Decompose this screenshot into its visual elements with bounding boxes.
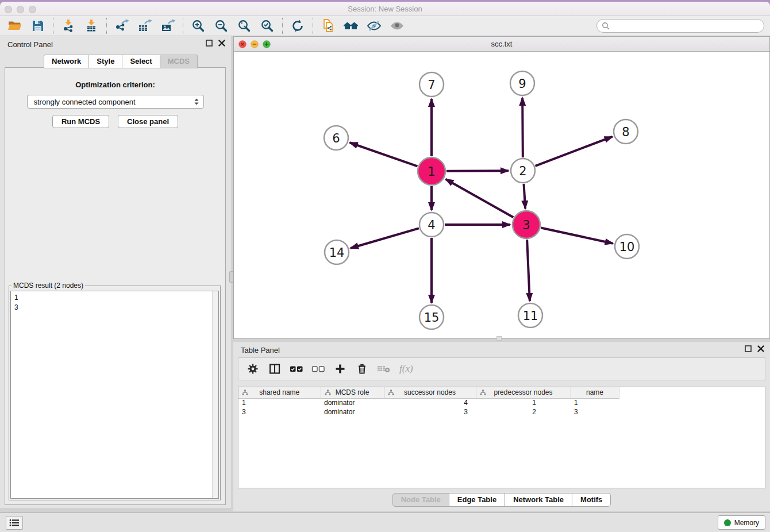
network-window-titlebar[interactable]: scc.txt [234,37,769,52]
graph-node-4[interactable]: 4 [419,213,444,237]
delete-table-button[interactable] [376,361,391,376]
tab-node-table[interactable]: Node Table [392,493,449,507]
table-row[interactable]: 1dominator411 [238,398,619,407]
show-column-icon [269,363,280,375]
cell-successor-nodes[interactable]: 3 [384,407,476,417]
export-table-button[interactable] [133,17,156,34]
close-table-panel-icon[interactable] [757,345,764,352]
deselect-all-button[interactable] [311,361,326,376]
edge-1-2[interactable] [446,171,509,171]
graph-node-14[interactable]: 14 [325,240,349,264]
node-table[interactable]: shared nameMCDS rolesuccessor nodesprede… [238,387,765,488]
export-image-button[interactable] [156,17,179,34]
column-header-predecessor-nodes[interactable]: predecessor nodes [476,387,571,398]
import-network-icon [61,19,75,33]
cell-MCDS-role[interactable]: dominator [321,398,384,407]
table-header-row[interactable]: shared nameMCDS rolesuccessor nodesprede… [238,387,619,398]
home-layout-button[interactable] [340,17,363,34]
memory-status-icon [724,519,731,526]
horizontal-divider-grip[interactable] [496,336,502,341]
edge-3-1[interactable] [445,179,513,217]
delete-column-button[interactable] [355,361,369,376]
graph-node-11[interactable]: 11 [518,303,542,327]
column-header-shared-name[interactable]: shared name [238,387,321,398]
memory-button[interactable]: Memory [718,515,765,530]
network-graph[interactable]: 7968124314101511 [234,52,769,339]
result-scrollbar[interactable] [212,291,218,498]
edge-4-14[interactable] [351,228,419,248]
tab-network[interactable]: Network [44,55,89,68]
copy-document-button[interactable] [317,17,340,34]
zoom-fit-button[interactable] [233,17,256,34]
show-column-button[interactable] [267,361,282,376]
cell-shared-name[interactable]: 1 [238,398,321,407]
select-chevrons-icon [193,97,200,106]
search-input[interactable] [610,20,764,32]
graph-node-2[interactable]: 2 [511,159,535,183]
search-box[interactable] [596,19,764,33]
run-mcds-button[interactable]: Run MCDS [52,115,109,128]
edge-3-11[interactable] [527,240,530,301]
import-network-button[interactable] [57,17,80,34]
function-builder-button[interactable]: f(x) [399,363,413,375]
select-all-button[interactable] [289,361,304,376]
tab-motifs[interactable]: Motifs [572,493,611,507]
column-header-name[interactable]: name [571,387,619,398]
show-panels-button[interactable] [6,516,23,530]
control-panel-tabs: NetworkStyleSelectMCDS [44,55,198,68]
import-table-button[interactable] [80,17,103,34]
copy-document-icon [321,18,335,33]
criterion-select-value: strongly connected component [34,98,193,106]
close-panel-button[interactable]: Close panel [118,115,178,128]
cell-shared-name[interactable]: 3 [238,407,321,417]
tab-network-table[interactable]: Network Table [505,493,572,507]
show-all-button[interactable] [386,17,409,34]
edge-3-10[interactable] [541,228,613,244]
hide-selected-button[interactable] [363,17,386,34]
cell-predecessor-nodes[interactable]: 1 [476,398,571,407]
table-row[interactable]: 3dominator323 [238,407,619,417]
float-panel-icon[interactable] [206,40,213,47]
tab-edge-table[interactable]: Edge Table [449,493,505,507]
graph-node-3[interactable]: 3 [513,211,540,238]
graph-node-15[interactable]: 15 [419,305,444,329]
graph-node-9[interactable]: 9 [510,71,534,95]
edge-2-8[interactable] [536,137,613,166]
zoom-selected-button[interactable] [256,17,279,34]
network-canvas[interactable]: 7968124314101511 [234,52,769,338]
graph-node-7[interactable]: 7 [419,72,444,97]
tab-mcds[interactable]: MCDS [160,55,198,68]
refresh-view-button[interactable] [286,17,309,34]
table-options-icon [247,363,259,375]
cell-name[interactable]: 1 [571,398,619,407]
column-header-MCDS-role[interactable]: MCDS role [321,387,384,398]
tab-select[interactable]: Select [122,55,160,68]
add-column-button[interactable] [333,361,348,376]
save-session-button[interactable] [26,17,49,34]
zoom-out-button[interactable] [210,17,233,34]
graph-node-10[interactable]: 10 [615,234,639,259]
graph-node-1[interactable]: 1 [418,157,445,185]
criterion-select[interactable]: strongly connected component [27,95,204,109]
tab-style[interactable]: Style [89,55,122,68]
node-label: 14 [329,246,345,260]
table-options-button[interactable] [245,361,260,376]
export-network-button[interactable] [110,17,133,34]
cell-MCDS-role[interactable]: dominator [321,407,384,417]
edge-1-6[interactable] [350,142,418,166]
cell-predecessor-nodes[interactable]: 2 [476,407,571,417]
toolbar-separator [183,18,183,34]
close-panel-icon[interactable] [218,40,225,47]
column-header-successor-nodes[interactable]: successor nodes [384,387,476,398]
node-label: 6 [332,132,340,145]
export-table-icon [137,19,152,33]
open-session-button[interactable] [3,17,26,34]
graph-node-8[interactable]: 8 [614,119,638,144]
edge-2-3[interactable] [523,184,525,209]
graph-node-6[interactable]: 6 [324,126,348,150]
cell-successor-nodes[interactable]: 4 [384,398,476,407]
cell-name[interactable]: 3 [571,407,619,417]
zoom-in-button[interactable] [187,17,210,34]
edge-2-9[interactable] [522,98,523,157]
float-table-panel-icon[interactable] [745,345,752,352]
